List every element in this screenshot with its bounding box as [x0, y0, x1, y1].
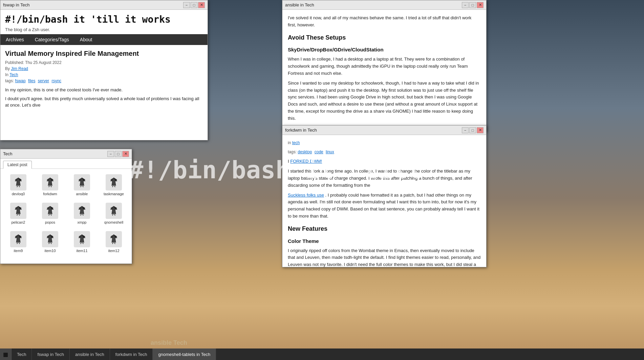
tech-content: Latest post devloq0 forkdwm — [0, 159, 132, 264]
forkdwm-window: forkdwm in Tech − □ ✕ in tech tags: desk… — [282, 125, 487, 267]
forkdwm-p0: I started this fork a long time ago. In … — [288, 168, 481, 189]
forkdwm-suckless-link[interactable]: Suckless folks use — [288, 193, 324, 198]
forkdwm-tags-label: tags: — [288, 150, 297, 154]
tech-grid-item-0[interactable]: devloq0 — [3, 172, 34, 199]
fswap-article-meta: Published: Thu 25 August 2022 — [5, 60, 203, 65]
forkdwm-tag-1[interactable]: code — [315, 150, 323, 154]
tech-grid-item-5[interactable]: popos — [35, 200, 65, 227]
fswap-header: #!/bin/bash it 'till it works The blog o… — [0, 10, 208, 34]
tech-grid-icon-0 — [10, 174, 26, 190]
forkdwm-window-controls: − □ ✕ — [462, 127, 484, 133]
forkdwm-color-p: I originally ripped off colors from the … — [288, 247, 481, 267]
tech-grid-item-6[interactable]: xmpp — [67, 200, 97, 227]
fswap-article-title: Virtual Memory Inspired File Management — [5, 50, 203, 58]
taskbar-item-gnomeshell[interactable]: gnomeshell-tablets in Tech — [153, 348, 216, 360]
forkdwm-forked-link-line: I FORKED DWM! — [288, 158, 481, 165]
forkdwm-tags-line: in tech — [288, 140, 481, 146]
tech-grid-label-2: ansible — [76, 192, 88, 196]
forkdwm-tag-2[interactable]: linux — [326, 150, 334, 154]
tech-grid-icon-3 — [106, 174, 122, 190]
tech-grid-icon-1 — [42, 174, 58, 190]
tech-grid-label-8: item9 — [14, 249, 23, 253]
ansible-content[interactable]: I've solved it now, and all of my machin… — [282, 10, 486, 132]
fswap-minimize-button[interactable]: − — [183, 2, 190, 8]
tech-window: Tech − □ ✕ Latest post devloq0 — [0, 149, 132, 264]
ansible-p1: Since I wanted to use my desktop for sch… — [288, 80, 481, 122]
tech-grid-icon-2 — [74, 174, 90, 190]
tech-grid-icon-6 — [74, 203, 90, 219]
fswap-site-title: #!/bin/bash it 'till it works — [5, 14, 203, 25]
fswap-window: fswap in Tech − □ ✕ #!/bin/bash it 'till… — [0, 0, 208, 140]
tech-grid-item-4[interactable]: pelican2 — [3, 200, 34, 227]
forkdwm-minimize-button[interactable]: − — [462, 127, 469, 133]
tech-grid-icon-8 — [10, 231, 26, 247]
tech-close-button[interactable]: ✕ — [122, 151, 129, 157]
tech-grid-label-5: popos — [45, 220, 55, 224]
tech-maximize-button[interactable]: □ — [115, 151, 122, 157]
tech-minimize-button[interactable]: − — [107, 151, 114, 157]
tech-grid-item-7[interactable]: qnomeshell — [99, 200, 129, 227]
forkdwm-tag-0[interactable]: desktop — [298, 150, 312, 154]
fswap-article-body: In my opinion, this is one of the cooles… — [5, 87, 203, 109]
forkdwm-forked-link[interactable]: FORKED DWM! — [290, 159, 322, 164]
tech-grid-item-2[interactable]: ansible — [67, 172, 97, 199]
ansible-window-controls: − □ ✕ — [462, 2, 484, 8]
ansible-window: ansible in Tech − □ ✕ I've solved it now… — [282, 0, 487, 132]
tech-grid: devloq0 forkdwm ansible taskmanage — [0, 169, 132, 258]
taskbar: ▦ Tech fswap in Tech ansible in Tech for… — [0, 348, 644, 360]
forkdwm-new-features-heading: New Features — [288, 224, 481, 234]
fswap-article-category-line: In Tech — [5, 72, 203, 77]
fswap-nav-about[interactable]: About — [74, 34, 98, 45]
tech-window-controls: − □ ✕ — [107, 151, 129, 157]
taskbar-item-forkdwm[interactable]: forkdwm in Tech — [110, 348, 153, 360]
taskbar-start-button[interactable]: ▦ — [0, 348, 12, 360]
fswap-nav-archives[interactable]: Archives — [0, 34, 29, 45]
fswap-body-p0: In my opinion, this is one of the cooles… — [5, 87, 203, 93]
fswap-tag-3[interactable]: rsync — [51, 78, 61, 83]
fswap-tag-0[interactable]: fswap — [15, 78, 25, 83]
tech-grid-label-11: item12 — [108, 249, 119, 253]
tech-grid-item-1[interactable]: forkdwm — [35, 172, 65, 199]
forkdwm-category-link[interactable]: tech — [292, 140, 300, 145]
forkdwm-color-theme-heading: Color Theme — [288, 237, 481, 245]
fswap-nav: Archives Categories/Tags About — [0, 34, 208, 45]
tech-grid-label-0: devloq0 — [12, 192, 25, 196]
forkdwm-tags: tags: desktop code linux — [288, 149, 481, 155]
tech-grid-icon-10 — [74, 231, 90, 247]
ansible-minimize-button[interactable]: − — [462, 2, 469, 8]
forkdwm-close-button[interactable]: ✕ — [477, 127, 484, 133]
ansible-section1-heading: Avoid These Setups — [288, 33, 481, 43]
tech-grid-item-11[interactable]: item12 — [99, 228, 129, 255]
fswap-window-controls: − □ ✕ — [183, 2, 205, 8]
taskbar-item-ansible[interactable]: ansible in Tech — [70, 348, 110, 360]
taskbar-item-tech[interactable]: Tech — [12, 348, 32, 360]
tech-grid-item-10[interactable]: item11 — [67, 228, 97, 255]
forkdwm-content[interactable]: in tech tags: desktop code linux I FORKE… — [282, 135, 486, 267]
ansible-close-button[interactable]: ✕ — [477, 2, 484, 8]
forkdwm-maximize-button[interactable]: □ — [469, 127, 476, 133]
tech-grid-icon-5 — [42, 203, 58, 219]
fswap-published: Published: Thu 25 August 2022 — [5, 60, 62, 65]
fswap-site-subtitle: The blog of a Zsh user. — [5, 27, 203, 32]
tech-grid-icon-4 — [10, 203, 26, 219]
fswap-author-link[interactable]: Jim Read — [11, 66, 28, 71]
fswap-nav-categories[interactable]: Categories/Tags — [29, 34, 74, 45]
ansible-maximize-button[interactable]: □ — [469, 2, 476, 8]
fswap-category-link[interactable]: Tech — [9, 72, 18, 77]
tech-titlebar: Tech − □ ✕ — [0, 149, 132, 159]
tech-grid-label-10: item11 — [76, 249, 87, 253]
tech-grid-item-9[interactable]: item10 — [35, 228, 65, 255]
tech-grid-label-3: taskmanage — [104, 192, 124, 196]
tech-grid-label-1: forkdwm — [43, 192, 57, 196]
fswap-content: #!/bin/bash it 'till it works The blog o… — [0, 10, 208, 140]
tech-grid-item-8[interactable]: item9 — [3, 228, 34, 255]
fswap-maximize-button[interactable]: □ — [191, 2, 197, 8]
taskbar-item-fswap[interactable]: fswap in Tech — [32, 348, 70, 360]
fswap-tag-2[interactable]: server — [38, 78, 49, 83]
tech-grid-item-3[interactable]: taskmanage — [99, 172, 129, 199]
fswap-tag-1[interactable]: files — [28, 78, 35, 83]
start-icon: ▦ — [3, 351, 8, 358]
fswap-close-button[interactable]: ✕ — [198, 2, 205, 8]
fswap-article-author-line: By Jim Read — [5, 66, 203, 71]
tech-tab-latest-post[interactable]: Latest post — [3, 161, 32, 169]
